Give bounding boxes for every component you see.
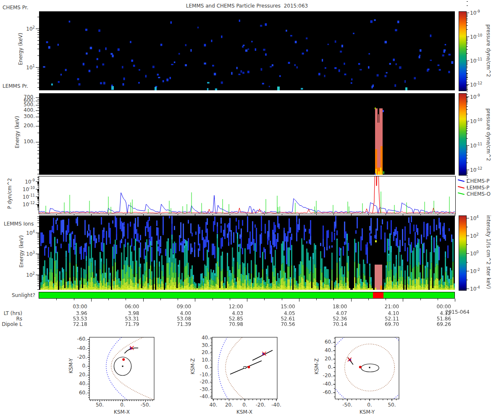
ephemeris-value: 72.18 xyxy=(62,321,87,327)
moon-position-marker xyxy=(359,366,362,368)
axis-tick xyxy=(37,190,39,190)
axis-tick xyxy=(37,30,39,31)
axis-tick xyxy=(467,1,468,2)
orbit-ytick-label: -40. xyxy=(193,394,210,399)
axis-tick-label: 10-11 xyxy=(16,193,35,200)
axis-tick xyxy=(467,271,469,271)
lemms-ions-label: LEMMS Ions xyxy=(4,221,34,227)
axis-tick xyxy=(467,68,468,68)
axis-tick xyxy=(37,99,39,100)
axis-tick xyxy=(36,142,39,142)
axis-tick xyxy=(37,258,39,259)
ephemeris-value: 4.05 xyxy=(270,310,295,316)
axis-tick xyxy=(37,191,39,191)
axis-tick xyxy=(467,62,468,62)
axis-tick xyxy=(230,214,230,215)
axis-tick xyxy=(37,177,39,177)
axis-tick xyxy=(37,79,39,79)
axis-tick xyxy=(264,214,265,215)
axis-tick xyxy=(37,192,39,192)
axis-tick xyxy=(467,218,469,218)
axis-tick xyxy=(467,100,468,101)
axis-tick xyxy=(37,268,39,269)
date-rollover-label: 2015-064 xyxy=(445,309,470,315)
time-tick-label: 03:00 xyxy=(62,304,87,310)
axis-tick xyxy=(36,105,39,105)
ephemeris-value: 71.39 xyxy=(165,321,191,327)
axis-tick xyxy=(467,128,468,129)
orbit-xtick-label: 0. xyxy=(361,402,378,408)
axis-tick xyxy=(37,182,39,183)
axis-tick xyxy=(299,299,299,302)
axis-tick-label: 102 xyxy=(16,25,35,32)
axis-tick xyxy=(467,163,468,163)
axis-tick xyxy=(467,60,469,61)
axis-tick xyxy=(37,281,39,281)
axis-tick-label: 10-9 xyxy=(16,178,35,185)
axis-tick xyxy=(467,66,468,66)
axis-tick xyxy=(37,191,39,192)
time-tick-label: 18:00 xyxy=(322,304,347,310)
orbit-xtick-label: -50. xyxy=(137,402,154,408)
colorbar-tick-label: 10-11 xyxy=(470,142,482,149)
axis-tick xyxy=(37,256,39,256)
orbit-plot-1 xyxy=(218,337,273,399)
time-tick-label: 21:00 xyxy=(373,304,399,310)
axis-tick xyxy=(467,92,468,92)
axis-tick xyxy=(467,14,468,14)
axis-tick xyxy=(438,214,438,215)
axis-tick xyxy=(247,214,247,216)
orbit-xtick-label: 50. xyxy=(92,402,108,408)
axis-tick xyxy=(37,208,39,208)
orbit-frame xyxy=(335,337,399,399)
legend-item-lemms-p: LEMMS-P xyxy=(467,185,489,191)
ephemeris-value: 69.70 xyxy=(373,321,399,327)
axis-tick xyxy=(351,214,352,216)
axis-tick xyxy=(467,109,468,110)
orbit-ytick-label: 20. xyxy=(70,372,87,378)
ephemeris-value: 53.31 xyxy=(114,316,139,322)
orbit-plot-0 xyxy=(106,337,154,399)
axis-tick xyxy=(37,49,39,49)
axis-tick xyxy=(37,144,39,145)
orbit-ytick-label: 30. xyxy=(193,342,210,348)
axis-tick xyxy=(36,110,39,111)
axis-tick xyxy=(467,148,468,148)
axis-tick xyxy=(467,70,468,71)
axis-tick xyxy=(37,260,39,260)
axis-tick xyxy=(282,214,282,215)
axis-tick xyxy=(467,13,469,13)
axis-tick xyxy=(178,214,178,215)
axis-tick xyxy=(37,265,39,265)
orbit-xtick-label: -20. xyxy=(252,402,269,408)
axis-tick xyxy=(37,247,39,248)
axis-tick xyxy=(37,199,39,199)
orbit-ytick-label: -20. xyxy=(316,373,333,378)
axis-tick xyxy=(386,214,386,215)
axis-tick xyxy=(37,158,39,158)
orbit-ytick-label: 40. xyxy=(316,347,333,353)
lemms-p-event-spike xyxy=(373,176,381,213)
axis-tick xyxy=(467,126,468,127)
time-tick-label: 15:00 xyxy=(270,304,295,310)
axis-tick xyxy=(333,299,334,300)
axis-tick xyxy=(467,29,468,30)
axis-tick xyxy=(467,90,468,90)
axis-tick xyxy=(351,299,352,302)
ephemeris-value: 52.61 xyxy=(270,316,295,322)
axis-tick-label: 104 xyxy=(16,229,35,236)
axis-tick xyxy=(282,299,282,300)
colorbar-tick-label: 10-4 xyxy=(470,285,480,292)
axis-tick xyxy=(37,289,39,290)
time-tick-label: 09:00 xyxy=(165,304,191,310)
axis-tick xyxy=(178,299,178,300)
axis-tick xyxy=(467,18,468,18)
axis-tick xyxy=(467,39,468,39)
axis-tick xyxy=(37,276,39,276)
axis-tick xyxy=(37,194,39,195)
axis-tick xyxy=(467,79,468,80)
axis-tick xyxy=(37,87,39,88)
axis-tick xyxy=(37,185,39,186)
axis-tick-label: 10-12 xyxy=(16,201,35,207)
orbit-ytick-label: 60. xyxy=(70,390,87,396)
